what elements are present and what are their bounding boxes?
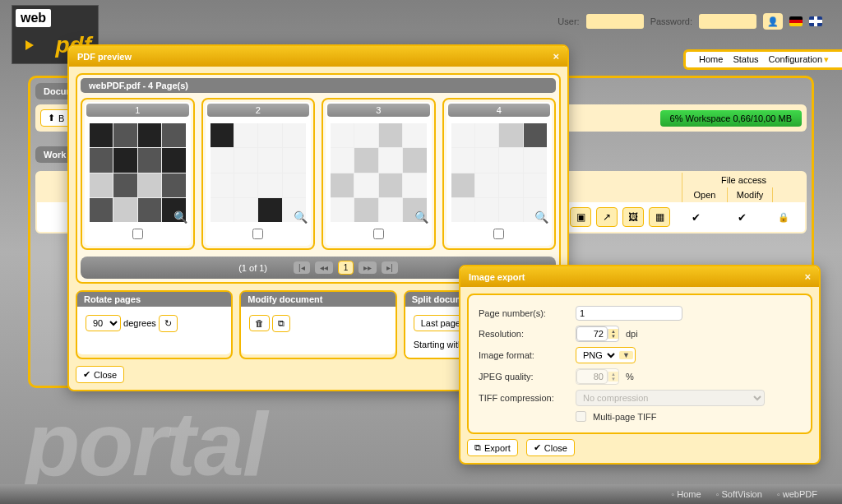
col-modify-header: Modify [727, 187, 772, 202]
pdf-preview-title: PDF preview [77, 52, 132, 62]
preview-close-button[interactable]: ✔ Close [76, 366, 124, 383]
export-icon: ⧉ [474, 442, 481, 453]
rotate-select[interactable]: 90 [86, 315, 121, 331]
rotate-apply-button[interactable]: ↻ [159, 315, 178, 332]
action-grid-icon[interactable]: ▦ [649, 207, 670, 227]
pdf-preview-close-x[interactable]: × [553, 50, 559, 62]
login-bar: User: Password: 👤 [557, 13, 822, 30]
logo-web: web [16, 9, 51, 27]
multi-tiff-checkbox [576, 411, 586, 422]
action-export-icon[interactable]: ↗ [596, 207, 618, 227]
col-open-header: Open [682, 187, 727, 202]
thumb-3-image: 🔍 [331, 123, 427, 222]
image-export-title: Image export [469, 272, 525, 282]
flag-de-icon[interactable] [789, 16, 803, 26]
nav-home[interactable]: Home [699, 54, 723, 65]
thumb-2-image: 🔍 [210, 123, 307, 222]
jpeg-quality-label: JPEG quality: [479, 372, 569, 381]
thumb-1-checkbox[interactable] [132, 229, 143, 239]
footer: Home SoftVision webPDF [0, 484, 842, 504]
file-access-header: File access [682, 173, 805, 187]
thumb-2-label: 2 [207, 104, 310, 117]
jpeg-down: ▼ [608, 377, 618, 381]
watermark-text: portal [25, 391, 266, 496]
pager-first[interactable]: |◂ [294, 261, 310, 274]
lock-icon[interactable]: 🔒 [767, 212, 800, 223]
thumb-3-checkbox[interactable] [373, 229, 384, 239]
thumb-1-image: 🔍 [90, 123, 186, 222]
user-input[interactable] [586, 14, 644, 29]
password-input[interactable] [699, 14, 756, 29]
action-image-icon[interactable]: 🖼 [622, 207, 644, 227]
browse-label: B [58, 113, 64, 123]
nav-configuration[interactable]: Configuration [769, 54, 829, 65]
footer-softvision[interactable]: SoftVision [716, 489, 762, 499]
thumb-2-checkbox[interactable] [252, 229, 263, 239]
action-preview-icon[interactable]: ▣ [570, 207, 591, 227]
multi-tiff-label: Multi-page TIFF [593, 412, 656, 422]
top-nav: Home Status Configuration [683, 49, 842, 70]
modify-check-icon: ✔ [721, 211, 762, 224]
pager-page-1[interactable]: 1 [338, 261, 354, 275]
flag-en-icon[interactable] [809, 16, 822, 26]
jpeg-unit: % [626, 372, 634, 381]
thumbnail-2[interactable]: 2 🔍 [201, 98, 316, 250]
user-icon: 👤 [767, 16, 779, 27]
modify-panel: Modify document 🗑 ⧉ [239, 290, 396, 359]
pager-last[interactable]: ▸| [382, 261, 398, 274]
resolution-label: Resolution: [479, 329, 569, 339]
pager-prev[interactable]: ◂◂ [315, 261, 333, 274]
login-button[interactable]: 👤 [763, 13, 783, 30]
zoom-icon[interactable]: 🔍 [534, 210, 548, 224]
nav-status[interactable]: Status [733, 54, 758, 65]
footer-webpdf[interactable]: webPDF [777, 489, 817, 499]
zoom-icon[interactable]: 🔍 [294, 210, 308, 224]
format-select[interactable]: PNG [578, 349, 618, 362]
file-info-title: webPDF.pdf - 4 Page(s) [81, 78, 556, 93]
close-label: Close [94, 370, 117, 380]
user-label: User: [557, 16, 579, 26]
res-down[interactable]: ▼ [608, 334, 618, 339]
resolution-input[interactable] [576, 326, 608, 341]
rotate-title: Rotate pages [77, 292, 231, 307]
page-number-label: Page number(s): [479, 308, 569, 318]
zoom-icon[interactable]: 🔍 [414, 210, 428, 224]
image-export-title-bar: Image export × [460, 266, 819, 287]
delete-page-button[interactable]: 🗑 [249, 315, 270, 331]
thumb-4-checkbox[interactable] [493, 229, 504, 239]
tiff-compression-select: No compression [576, 390, 765, 406]
footer-home[interactable]: Home [671, 489, 701, 499]
copy-icon: ⧉ [278, 318, 285, 329]
export-close-label: Close [544, 443, 567, 453]
jpeg-quality-input [576, 369, 608, 384]
rotate-icon: ↻ [164, 318, 172, 329]
thumb-4-image: 🔍 [451, 123, 548, 222]
password-label: Password: [650, 16, 692, 26]
upload-icon: ⬆ [48, 113, 55, 123]
logo-triangle-icon [25, 40, 34, 50]
zoom-icon[interactable]: 🔍 [173, 210, 187, 224]
check-icon: ✔ [534, 442, 541, 453]
thumb-3-label: 3 [327, 104, 430, 117]
chevron-down-icon: ▼ [619, 351, 633, 359]
workspace-progress: 6% Workspace 0,66/10,00 MB [660, 110, 802, 127]
resolution-unit: dpi [626, 329, 638, 339]
export-button[interactable]: ⧉ Export [467, 439, 518, 456]
rotate-unit: degrees [123, 318, 156, 328]
thumbnails-row: 1 🔍 2 [81, 98, 556, 250]
export-label: Export [484, 443, 511, 453]
thumb-4-label: 4 [448, 104, 551, 117]
page-number-input[interactable] [576, 306, 682, 321]
thumbnail-1[interactable]: 1 🔍 [81, 98, 195, 250]
pager-status: (1 of 1) [238, 263, 267, 273]
check-icon: ✔ [83, 369, 90, 380]
open-check-icon: ✔ [675, 211, 716, 224]
thumbnail-4[interactable]: 4 🔍 [442, 98, 557, 250]
export-close-button[interactable]: ✔ Close [526, 439, 575, 456]
image-export-close-x[interactable]: × [804, 270, 811, 283]
pager-next[interactable]: ▸▸ [359, 261, 377, 274]
tiff-compression-label: TIFF compression: [479, 393, 569, 403]
thumbnail-3[interactable]: 3 🔍 [322, 98, 436, 250]
duplicate-page-button[interactable]: ⧉ [272, 315, 290, 332]
modify-title: Modify document [241, 292, 395, 307]
